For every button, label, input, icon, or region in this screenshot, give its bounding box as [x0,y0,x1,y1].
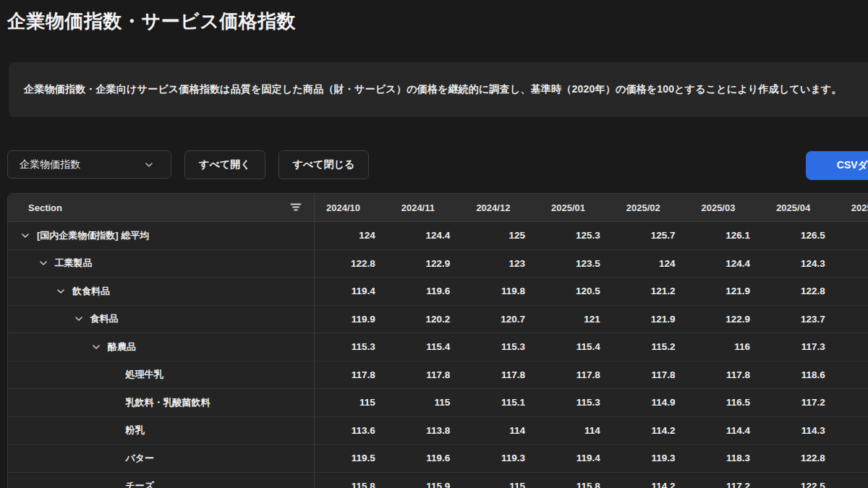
value-cell: 115.8 [540,473,615,488]
value-cell: 115.4 [390,333,465,361]
value-cell: 120.5 [540,278,615,305]
value-cell: 125.7 [615,222,690,249]
section-cell[interactable]: チーズ [8,473,315,488]
value-cell: 123.7 [765,306,840,333]
table-row: 工業製品122.8122.9123123.5124124.4124.3 [8,250,868,278]
value-cell: 115 [390,389,465,416]
section-column-header[interactable]: Section [8,194,315,221]
row-label: 粉乳 [126,424,145,437]
month-column-header[interactable]: 2024/12 [464,194,540,221]
value-cell: 117.8 [464,361,540,389]
table-row: チーズ115.8115.9115115.8114.2117.2122.5 [8,473,868,488]
value-cell: 116 [689,333,765,361]
value-cell: 122.8 [315,250,390,278]
section-cell[interactable]: 酪農品 [8,333,315,361]
value-cell: 114.2 [615,417,690,445]
value-cell: 122.9 [390,250,465,278]
csv-download-button[interactable]: CSVダウンロード [806,151,868,180]
value-cell: 114 [464,417,540,445]
value-cell: 117.8 [540,361,615,389]
month-column-header[interactable]: 2025/03 [689,194,765,221]
section-cell[interactable]: 乳飲料・乳酸菌飲料 [8,389,315,416]
value-cell: 119.4 [315,278,390,305]
value-cell: 115.4 [540,333,615,361]
description-text: 企業物価指数・企業向けサービス価格指数は品質を固定した商品（財・サービス）の価格… [24,83,842,96]
expand-all-button[interactable]: すべて開く [184,150,265,179]
value-cell: 118.6 [765,361,840,389]
row-label: 乳飲料・乳酸菌飲料 [126,396,210,409]
row-label: 飲食料品 [72,285,110,298]
value-cell: 122.8 [765,278,840,305]
value-cell: 116.5 [689,389,765,416]
value-cell: 124.4 [390,222,465,249]
section-column-header-label: Section [28,202,62,213]
value-cell: 123 [464,250,540,278]
section-cell[interactable]: 処理牛乳 [8,361,315,389]
value-cell: 117.2 [689,473,765,488]
month-column-header[interactable]: 2025/02 [615,194,690,221]
section-cell[interactable]: [国内企業物価指数] 総平均 [8,222,315,249]
index-type-select[interactable]: 企業物価指数 [7,150,171,179]
section-cell[interactable]: 食料品 [8,306,315,333]
value-cell: 117.8 [390,361,465,389]
value-cell: 115.2 [615,333,690,361]
table-header-row: Section 2024/102024/112024/122025/012025… [8,194,868,222]
value-cell: 124 [615,250,690,278]
value-cell: 117.8 [315,361,390,389]
page-title: 企業物価指数・サービス価格指数 [7,9,296,34]
table-body: [国内企業物価指数] 総平均124124.4125125.3125.7126.1… [8,222,868,488]
value-cell: 117.3 [765,333,840,361]
row-label: 酪農品 [108,341,136,354]
table-row: [国内企業物価指数] 総平均124124.4125125.3125.7126.1… [8,222,868,250]
value-cell: 119.3 [464,445,540,472]
price-index-table: Section 2024/102024/112024/122025/012025… [7,193,868,488]
value-cell: 122.8 [765,445,840,472]
value-cell: 120.2 [390,306,465,333]
filter-icon[interactable] [290,202,302,214]
value-cell: 124 [315,222,390,249]
table-row: 処理牛乳117.8117.8117.8117.8117.8117.8118.6 [8,361,868,390]
value-cell: 119.6 [390,445,465,472]
row-label: [国内企業物価指数] 総平均 [37,229,149,242]
chevron-down-icon[interactable] [39,260,48,266]
value-cell: 117.2 [765,389,840,416]
value-cell: 123.5 [540,250,615,278]
chevron-down-icon[interactable] [75,316,83,322]
value-cell: 114 [540,417,615,445]
value-cell: 115.3 [464,333,540,361]
value-cell: 125 [464,222,540,249]
value-cell: 121.9 [615,306,690,333]
value-cell: 119.8 [464,278,540,305]
row-label: 工業製品 [55,257,93,270]
table-row: 食料品119.9120.2120.7121121.9122.9123.7 [8,306,868,334]
month-column-header[interactable]: 2024/11 [390,194,465,221]
value-cell: 119.6 [390,278,465,305]
month-column-header[interactable]: 2025/04 [765,194,840,221]
value-cell: 113.6 [315,417,390,445]
section-cell[interactable]: 工業製品 [8,250,315,278]
value-cell: 115.3 [315,333,390,361]
section-cell[interactable]: 飲食料品 [8,278,315,305]
value-cell: 117.8 [615,361,690,389]
chevron-down-icon[interactable] [56,288,65,294]
section-cell[interactable]: バター [8,445,315,472]
value-cell: 122.5 [765,473,840,488]
chevron-down-icon[interactable] [21,233,30,239]
value-cell: 124.3 [765,250,840,278]
chevron-down-icon[interactable] [92,344,101,350]
table-row: 酪農品115.3115.4115.3115.4115.2116117.3 [8,333,868,361]
table-row: 乳飲料・乳酸菌飲料115115115.1115.3114.9116.5117.2 [8,389,868,417]
index-type-select-value: 企業物価指数 [20,158,80,171]
month-column-header[interactable]: 2025/05 [840,194,868,221]
month-column-header[interactable]: 2025/01 [540,194,615,221]
month-column-header[interactable]: 2024/10 [315,194,390,221]
value-cell: 115 [315,389,390,416]
table-row: 粉乳113.6113.8114114114.2114.4114.3 [8,417,868,445]
value-cell: 113.8 [390,417,465,445]
row-label: バター [126,452,155,465]
value-cell: 126.5 [765,222,840,249]
row-label: 処理牛乳 [126,368,163,381]
collapse-all-button[interactable]: すべて閉じる [278,150,369,179]
section-cell[interactable]: 粉乳 [8,417,315,445]
value-cell: 119.5 [315,445,390,472]
